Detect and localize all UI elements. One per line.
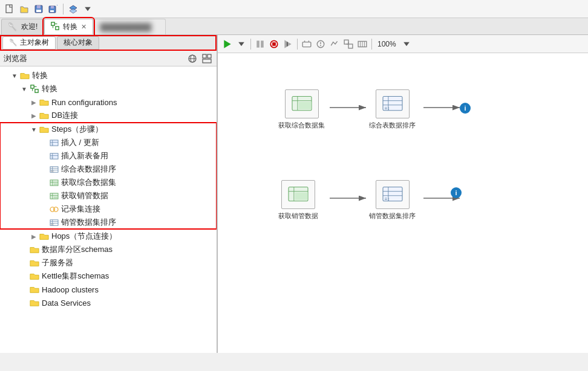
tree-item-insert-update[interactable]: ↑↓ 插入 / 更新 — [0, 136, 217, 149]
left-panel: 🥄 主对象树 核心对象 浏览器 ▼ — [0, 35, 218, 353]
open-icon[interactable] — [18, 3, 30, 15]
node-get-sales[interactable]: 获取销管数据 — [278, 180, 318, 221]
tree-label-hops: Hops（节点连接） — [51, 231, 117, 242]
node-table-sort[interactable]: ≡↕ 综合表数据排序 — [369, 89, 416, 130]
info-badge-sales-sort[interactable]: i — [451, 187, 462, 198]
table-input-icon-2 — [48, 190, 59, 201]
tree-item-kettle-schemas[interactable]: Kettle集群schemas — [0, 269, 217, 283]
tree-label-record-join: 记录集连接 — [61, 204, 100, 215]
svg-text:≡↕: ≡↕ — [50, 222, 54, 226]
tree-item-table-sort[interactable]: ≡↕ 综合表数据排序 — [0, 163, 217, 176]
stop-button[interactable] — [268, 38, 280, 50]
folder-icon-data-services — [29, 297, 40, 308]
run-dropdown[interactable] — [235, 38, 247, 50]
node-label-table-sort: 综合表数据排序 — [369, 121, 416, 130]
canvas-sep-2 — [297, 39, 298, 50]
zoom-level[interactable]: 100% — [375, 38, 399, 50]
svg-rect-56 — [256, 40, 260, 47]
node-label-sales-sort: 销管数据集排序 — [369, 211, 416, 221]
layers-icon[interactable] — [67, 3, 79, 15]
folder-icon-kettle-schemas — [29, 271, 40, 282]
canvas-icon-2[interactable] — [315, 38, 327, 50]
tab-transform-label: 转换 — [63, 22, 77, 32]
tab-blurred[interactable]: ██████████ — [93, 19, 166, 34]
svg-point-48 — [53, 207, 55, 211]
save-all-icon[interactable] — [47, 3, 59, 15]
top-toolbar — [0, 0, 588, 18]
arrow-transform-root: ▼ — [10, 73, 19, 79]
tree-item-run-config[interactable]: ▶ Run configurations — [0, 95, 217, 109]
node-get-combined[interactable]: 获取综合数据集 — [278, 89, 325, 130]
canvas-icon-5[interactable] — [356, 38, 368, 50]
tree-item-get-sales[interactable]: 获取销管数据 — [0, 189, 217, 202]
node-sales-sort[interactable]: ≡↕ 销管数据集排序 — [369, 180, 416, 221]
svg-marker-54 — [224, 40, 230, 48]
tree-label-transform-root: 转换 — [32, 70, 48, 81]
tab-close-transform[interactable]: ✕ — [81, 23, 87, 31]
right-panel: 100% — [218, 35, 588, 353]
svg-text:≡↕: ≡↕ — [50, 169, 54, 173]
svg-rect-41 — [53, 183, 57, 185]
tree-item-db-schemas[interactable]: 数据库分区schemas — [0, 243, 217, 256]
svg-rect-45 — [53, 196, 57, 198]
svg-rect-59 — [272, 42, 276, 46]
folder-icon-sub-server — [29, 257, 40, 268]
svg-marker-76 — [403, 42, 410, 45]
svg-rect-57 — [261, 40, 264, 47]
canvas-area[interactable]: 获取综合数据集 ≡↕ 综合表数据排序 i — [218, 53, 588, 353]
folder-icon-db-connect — [39, 110, 50, 121]
browser-layout-icon[interactable] — [201, 53, 213, 65]
tree-label-db-connect: DB连接 — [51, 110, 78, 121]
pause-button[interactable] — [254, 38, 266, 50]
canvas-icon-3[interactable] — [328, 38, 341, 50]
run-button[interactable] — [221, 38, 234, 50]
tree-item-record-join[interactable]: 记录集连接 — [0, 202, 217, 216]
svg-rect-19 — [207, 54, 211, 58]
dropdown-arrow-icon[interactable] — [82, 3, 94, 15]
info-badge-table-sort[interactable]: i — [460, 103, 471, 114]
debug-button[interactable] — [282, 38, 294, 50]
tab-core-objects[interactable]: 核心对象 — [57, 36, 99, 50]
transform-icon-tab — [51, 22, 59, 32]
canvas-icon-1[interactable] — [301, 38, 313, 50]
tree-label-kettle-schemas: Kettle集群schemas — [42, 271, 109, 282]
svg-text:↑↓: ↑↓ — [50, 143, 53, 146]
svg-rect-6 — [57, 5, 57, 5]
folder-icon-db-schemas — [29, 244, 40, 255]
tree-item-hadoop-clusters[interactable]: Hadoop clusters — [0, 283, 217, 296]
svg-rect-94 — [295, 192, 308, 199]
node-label-get-combined: 获取综合数据集 — [278, 121, 325, 130]
tree-container[interactable]: ▼ 转换 ▼ 转换 ▶ — [0, 66, 217, 353]
zoom-dropdown[interactable] — [400, 38, 413, 50]
tree-item-sales-sort[interactable]: ≡↕ 销管数据集排序 — [0, 216, 217, 229]
svg-text:↑↓: ↑↓ — [50, 156, 53, 159]
tab-main-tree[interactable]: 🥄 主对象树 — [2, 36, 56, 50]
tree-item-insert-new[interactable]: ↑↓ 插入新表备用 — [0, 149, 217, 163]
insert-new-icon: ↑↓ — [48, 150, 59, 161]
svg-rect-12 — [56, 26, 59, 29]
tab-transform[interactable]: 转换 ✕ — [44, 19, 93, 34]
tree-item-hops[interactable]: ▶ Hops（节点连接） — [0, 230, 217, 243]
folder-icon-transform-root — [19, 70, 30, 81]
tree-item-transform-child[interactable]: ▼ 转换 — [0, 82, 217, 95]
new-icon[interactable] — [4, 3, 16, 15]
browser-link-icon[interactable] — [186, 53, 198, 65]
tree-item-sub-server[interactable]: 子服务器 — [0, 256, 217, 269]
tree-item-steps[interactable]: ▼ Steps（步骤） — [0, 123, 217, 136]
tree-item-db-connect[interactable]: ▶ DB连接 — [0, 109, 217, 122]
svg-rect-3 — [36, 10, 41, 12]
canvas-icon-4[interactable] — [342, 38, 354, 50]
tree-item-data-services[interactable]: Data Services — [0, 296, 217, 309]
tree-label-db-schemas: 数据库分区schemas — [42, 244, 113, 255]
tab-welcome[interactable]: 🥄 欢迎! — [1, 19, 44, 34]
save-icon[interactable] — [33, 3, 45, 15]
browser-icons — [186, 53, 213, 65]
tree-label-insert-update: 插入 / 更新 — [61, 137, 99, 148]
join-icon — [48, 204, 59, 215]
node-box-table-sort: ≡↕ — [376, 89, 410, 118]
spoon-icon-tree: 🥄 — [9, 39, 18, 47]
tree-item-get-combined[interactable]: 获取综合数据集 — [0, 176, 217, 189]
tree-item-transform-root[interactable]: ▼ 转换 — [0, 69, 217, 82]
svg-rect-5 — [51, 6, 54, 8]
svg-rect-2 — [37, 5, 41, 8]
